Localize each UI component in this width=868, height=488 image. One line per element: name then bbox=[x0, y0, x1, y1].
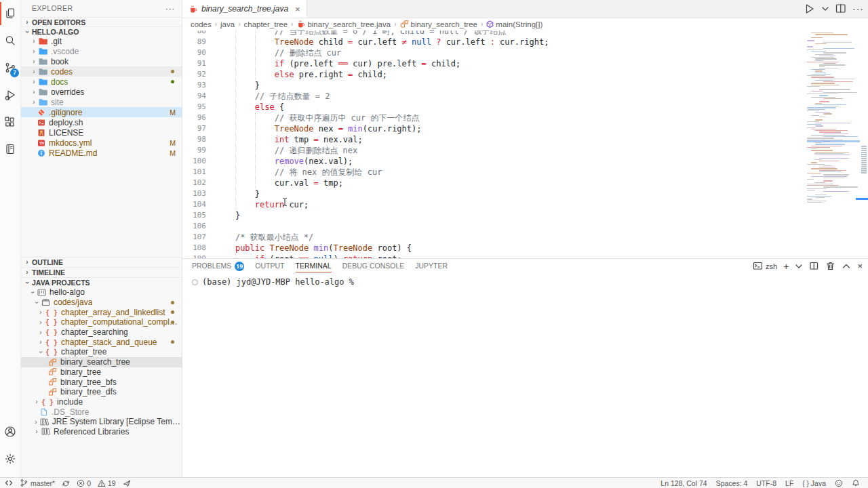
java-projects-label: JAVA PROJECTS bbox=[32, 278, 90, 287]
search-icon bbox=[3, 34, 17, 47]
project-root-label: HELLO-ALGO bbox=[32, 27, 79, 37]
jp-label: JRE System Library [Eclipse Temurin 17 [… bbox=[52, 417, 182, 426]
file-row-docs[interactable]: › docs bbox=[21, 77, 182, 87]
terminal-content[interactable]: (base) jyd@JYD-MBP hello-algo % bbox=[192, 277, 354, 287]
remote-icon bbox=[5, 479, 13, 487]
kill-terminal-button[interactable] bbox=[825, 261, 835, 271]
cursor-position[interactable]: Ln 128, Col 74 bbox=[660, 479, 707, 487]
activity-extensions-icon[interactable] bbox=[0, 108, 20, 136]
panel-tab-jupyter[interactable]: JUPYTER bbox=[415, 259, 448, 273]
jp-row-binary-search-tree[interactable]: binary_search_tree bbox=[21, 357, 182, 367]
file-row-codes[interactable]: › codes bbox=[21, 66, 182, 77]
panel-tab-output[interactable]: OUTPUT bbox=[255, 259, 284, 273]
project-root-section[interactable]: › HELLO-ALGO bbox=[21, 26, 182, 37]
terminal-dropdown-chevron[interactable] bbox=[795, 262, 803, 270]
editor-more-button[interactable]: ··· bbox=[852, 3, 864, 14]
file-row-deploy-sh[interactable]: deploy.sh bbox=[21, 117, 182, 127]
tab-close-icon[interactable]: × bbox=[295, 4, 300, 14]
line-number: 89 bbox=[182, 37, 206, 47]
jp-row-chapter-array-and-linkedlist[interactable]: ›{ } chapter_array_and_linkedlist bbox=[21, 307, 182, 317]
jp-row-binary-tree-bfs[interactable]: binary_tree_bfs bbox=[21, 377, 182, 387]
code-editor[interactable]: 88 // 当子结点数量 = 0 / 1 时, child = null / 该… bbox=[182, 30, 806, 258]
notifications[interactable] bbox=[852, 479, 860, 487]
outline-section[interactable]: › OUTLINE bbox=[21, 257, 182, 267]
chevron-icon: › bbox=[37, 348, 45, 355]
shell-selector[interactable]: zsh bbox=[753, 261, 777, 271]
jp-row--ds-store[interactable]: .DS_Store bbox=[21, 407, 182, 417]
line-number: 108 bbox=[182, 243, 206, 253]
activity-settings-gear-icon[interactable] bbox=[0, 445, 20, 472]
activity-explorer-icon[interactable] bbox=[0, 0, 20, 27]
git-branch[interactable]: master* bbox=[20, 479, 55, 487]
activity-account-icon[interactable] bbox=[0, 418, 20, 445]
breadcrumb-item[interactable]: chapter_tree bbox=[243, 20, 288, 28]
activity-run-debug-icon[interactable] bbox=[0, 81, 20, 108]
jp-row-binary-tree[interactable]: binary_tree bbox=[21, 367, 182, 378]
java-projects-tree: › hello-algo › codes/java ›{ } chapter_a… bbox=[21, 287, 182, 436]
file-row-overrides[interactable]: › overrides bbox=[21, 87, 182, 97]
panel-tab-problems[interactable]: PROBLEMS 19 bbox=[192, 259, 244, 273]
file-row-book[interactable]: › book bbox=[21, 56, 182, 66]
indentation[interactable]: Spaces: 4 bbox=[716, 479, 748, 487]
tab-bar: binary_search_tree.java × ··· bbox=[182, 0, 868, 18]
git-file-icon bbox=[37, 108, 45, 117]
breadcrumb-separator: › bbox=[215, 20, 217, 28]
problems-warnings[interactable]: 19 bbox=[98, 479, 116, 487]
explorer-more-button[interactable]: ··· bbox=[165, 0, 175, 17]
jp-row-codes-java[interactable]: › codes/java bbox=[21, 298, 182, 308]
split-editor-button[interactable] bbox=[835, 3, 847, 15]
minimap[interactable] bbox=[807, 30, 860, 258]
tab-binary-search-tree[interactable]: binary_search_tree.java × bbox=[182, 0, 307, 18]
open-editors-label: OPEN EDITORS bbox=[32, 18, 85, 27]
jp-row-hello-algo[interactable]: › hello-algo bbox=[21, 287, 182, 298]
language-mode[interactable]: { } Java bbox=[802, 479, 826, 487]
close-panel-button[interactable]: × bbox=[857, 261, 863, 271]
jp-row-chapter-stack-and-queue[interactable]: ›{ } chapter_stack_and_queue bbox=[21, 337, 182, 347]
panel-tab-debug-console[interactable]: DEBUG CONSOLE bbox=[342, 259, 405, 273]
file-row--gitignore[interactable]: .gitignore M bbox=[21, 107, 182, 117]
activity-search-icon[interactable] bbox=[0, 27, 20, 54]
activity-source-control-icon[interactable]: 7 bbox=[0, 54, 20, 81]
file-row--vscode[interactable]: › .vscode bbox=[21, 46, 182, 56]
remote-indicator[interactable] bbox=[5, 479, 13, 487]
java-projects-section[interactable]: › JAVA PROJECTS bbox=[21, 277, 182, 287]
run-status[interactable] bbox=[123, 479, 131, 487]
explorer-icon bbox=[3, 7, 17, 20]
activity-notebook-icon[interactable] bbox=[0, 136, 20, 163]
jp-row-binary-tree-dfs[interactable]: binary_tree_dfs bbox=[21, 387, 182, 397]
breadcrumb-item[interactable]: binary_search_tree.java bbox=[296, 20, 391, 28]
git-sync[interactable] bbox=[62, 479, 70, 487]
new-terminal-button[interactable]: + bbox=[783, 261, 789, 272]
run-button[interactable] bbox=[804, 3, 816, 15]
jp-row-include[interactable]: ›{ } include bbox=[21, 397, 182, 407]
timeline-section[interactable]: › TIMELINE bbox=[21, 267, 182, 277]
open-editors-section[interactable]: › OPEN EDITORS bbox=[21, 17, 182, 27]
jp-row-referenced-libraries[interactable]: › Referenced Libraries bbox=[21, 427, 182, 437]
file-row-LICENSE[interactable]: LICENSE bbox=[21, 127, 182, 138]
file-row-site[interactable]: › site bbox=[21, 97, 182, 107]
panel-tab-terminal[interactable]: TERMINAL bbox=[296, 259, 332, 273]
breadcrumb-item[interactable]: codes bbox=[191, 20, 212, 28]
explorer-sidebar: EXPLORER ··· › OPEN EDITORS › HELLO-ALGO… bbox=[21, 0, 182, 478]
feedback[interactable] bbox=[835, 479, 843, 487]
jp-row-jre-system-library-eclipse-temurin-17-17-[interactable]: › JRE System Library [Eclipse Temurin 17… bbox=[21, 417, 182, 427]
breadcrumb-item[interactable]: binary_search_tree bbox=[400, 20, 477, 28]
jp-row-chapter-computational-complexity[interactable]: ›{ } chapter_computational_complexity bbox=[21, 317, 182, 327]
split-terminal-button[interactable] bbox=[809, 261, 819, 271]
file-row-README-md[interactable]: README.md M bbox=[21, 148, 182, 158]
line-number: 92 bbox=[182, 69, 206, 80]
maximize-panel-button[interactable] bbox=[842, 262, 851, 270]
breadcrumb-item[interactable]: main(String[]) bbox=[486, 20, 542, 28]
problems-errors[interactable]: 0 bbox=[77, 479, 91, 487]
chevron-down-icon: › bbox=[22, 28, 32, 35]
breadcrumb-item[interactable]: java bbox=[220, 20, 235, 28]
run-dropdown-chevron[interactable] bbox=[821, 5, 829, 13]
eol[interactable]: LF bbox=[785, 479, 793, 487]
file-row--git[interactable]: › .git bbox=[21, 36, 182, 46]
scm-badge: 7 bbox=[10, 68, 19, 77]
jp-row-chapter-tree[interactable]: ›{ } chapter_tree bbox=[21, 347, 182, 357]
encoding[interactable]: UTF-8 bbox=[756, 479, 776, 487]
file-row-mkdocs-yml[interactable]: mkdocs.yml M bbox=[21, 138, 182, 148]
jp-row-chapter-searching[interactable]: ›{ } chapter_searching bbox=[21, 327, 182, 338]
jp-label: binary_tree bbox=[60, 367, 101, 377]
